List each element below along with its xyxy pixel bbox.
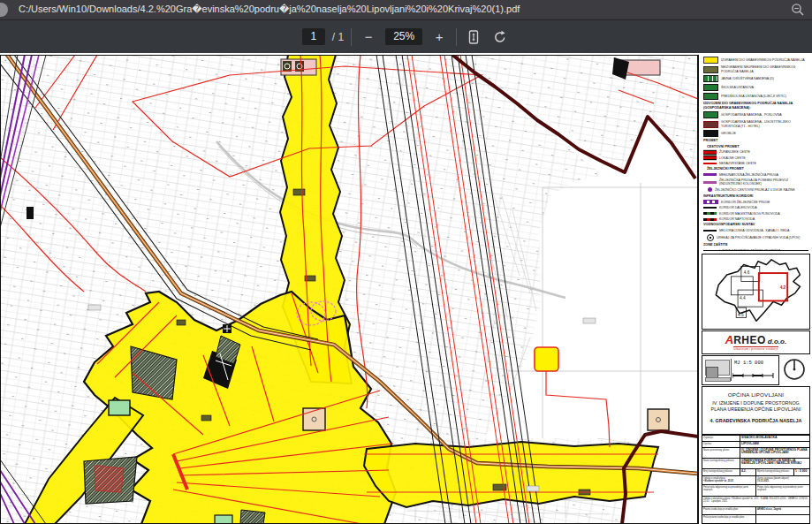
legend-swatch: [703, 121, 718, 128]
legend-swatch: [703, 181, 717, 184]
pdf-toolbar: 1 / 1 − 25% +: [0, 20, 812, 53]
legend-item: JAVNA I DRUŠTVENA NAMJENA (D): [721, 77, 774, 80]
browser-title-bar: C:/Users/Win10/Downloads/4.2.%20Gra�evin…: [0, 0, 812, 20]
legend-item: GOSPODARSKA NAMJENA - UGOSTITELJSKO TURI…: [721, 120, 808, 127]
file-path: C:/Users/Win10/Downloads/4.2.%20Gra�evin…: [19, 4, 520, 15]
table-value: 1 : 5 000: [794, 469, 809, 475]
legend-swatch: [703, 250, 717, 251]
north-arrow-icon: [782, 357, 807, 382]
table-value: LIPOVLJANI: [740, 442, 809, 447]
legend-item: IZGRAĐENI DIO GRAĐEVINSKOG PODRUČJA NASE…: [721, 58, 805, 62]
legend-swatch: [708, 187, 712, 192]
tab-favicon: [0, 3, 8, 17]
municipality-title: OPĆINA LIPOVLJANI: [702, 391, 809, 398]
toolbar-divider: [456, 28, 457, 46]
table-label: Broj kartografskog prikaza:: [702, 469, 740, 475]
logo-suffix: d.o.o.: [768, 338, 786, 346]
table-label: Pečat pravne osobe koja je izradila plan…: [703, 516, 755, 519]
page-count-label: / 1: [332, 31, 344, 43]
legend-header: PROMET: [703, 139, 717, 142]
rotate-icon: [492, 29, 508, 45]
scale-row: MJ 1:5 000: [702, 355, 808, 384]
legend-item: NERAZVRSTANE CESTE: [719, 162, 756, 165]
plan-title: IV. IZMJENE I DOPUNE PROSTORNOG PLANA UR…: [702, 400, 809, 413]
legend-swatch: [703, 230, 717, 232]
legend-swatch: [703, 130, 718, 137]
legend-item: LOKALNE CESTE: [719, 156, 746, 160]
sheet-label: 4.6: [743, 270, 749, 275]
table-value: GRAĐEVINSKA PODRUČJA NASELJA NASELJE LIP…: [740, 459, 809, 468]
legend-item: ŽELJEZNIČKO-CESTOVNI PRIJELAZ U DVIJE RA…: [715, 188, 795, 192]
legend-item: MEĐUNARODNA ŽELJEZNIČKA PRUGA: [719, 173, 778, 177]
sheet-label-current: 4.2: [779, 285, 785, 290]
logo-tagline: urbanizam i prostorno uređenje: [733, 346, 778, 352]
table-value: SISAČKO-MOSLAVAČKA: [740, 436, 809, 441]
table-value: ARHEO d.o.o., Zagreb: [757, 508, 808, 511]
legend: IZGRAĐENI DIO GRAĐEVINSKOG PODRUČJA NASE…: [703, 55, 808, 251]
table-label: Naziv prostornog plana:: [702, 448, 740, 458]
sheet-index-map: 4.6 4.2 4.4 4.5: [702, 254, 810, 330]
legend-swatch: [703, 75, 718, 82]
logo-name: RHEO: [733, 335, 766, 346]
legend-swatch: [703, 57, 718, 64]
legend-swatch: [703, 200, 718, 204]
legend-item: KORIDOR ŽELJEZNIČKE PRUGE: [721, 201, 770, 204]
legend-swatch: [703, 163, 717, 165]
company-logo: ARHEOd.o.o. urbanizam i prostorno uređen…: [702, 330, 810, 354]
table-label: Općina:: [702, 442, 740, 447]
legend-subheader: ŽELJEZNIČKI PROMET: [707, 167, 744, 171]
legend-swatch: [703, 218, 717, 221]
legend-item: KORIDOR DALEKOVODA: [719, 206, 757, 209]
table-label: Županija:: [702, 436, 740, 441]
table-legal-text: Odluka o donošenju plana: «Službeni vjes…: [702, 497, 809, 506]
table-label: Potpis tijela odgovornog za provođenje j…: [757, 486, 808, 491]
legend-item: ŠKOLSKA USTANOVA: [721, 86, 754, 89]
legend-item: KORIDOR NAFTOVODA: [719, 217, 755, 221]
isolated-zone: [535, 347, 558, 371]
fit-page-button[interactable]: [464, 27, 483, 47]
legend-swatch: [703, 111, 718, 118]
legend-item: UREĐAJ ZA PROČIŠĆAVANJE OTPADNIH VODA (U…: [717, 236, 800, 239]
zoom-in-button[interactable]: +: [429, 27, 449, 47]
table-label: Mjerilo kartografskog prikaza:: [756, 469, 794, 475]
table-value: 10.12.2021.: [757, 480, 808, 482]
legend-swatch: [703, 212, 717, 215]
legend-swatch: [703, 173, 717, 176]
fit-page-icon: [466, 29, 482, 45]
sheet-label: 4.5: [738, 313, 744, 317]
legend-header: ZONE ZAŠTITE: [703, 243, 727, 247]
zoom-out-button[interactable]: −: [359, 27, 378, 47]
pdf-page: IZGRAĐENI DIO GRAĐEVINSKOG PODRUČJA NASE…: [0, 53, 812, 524]
table-value: 4.2.: [740, 469, 756, 475]
scale-text: MJ 1:5 000: [734, 360, 763, 366]
map-canvas[interactable]: [0, 55, 698, 524]
table-empty-cell: [756, 515, 809, 524]
table-label: Pečat tijela odgovornog za provođenje ja…: [703, 486, 755, 491]
page-number-input[interactable]: 1: [302, 28, 325, 45]
legend-item: GROBLJE: [721, 132, 736, 135]
sheet-label: 4.4: [739, 296, 745, 300]
scale-box: MJ 1:5 000: [702, 355, 779, 385]
scale-bar: [732, 372, 775, 379]
sheet-title: 4. GRAĐEVINSKA PODRUČJA NASELJA: [702, 418, 809, 423]
legend-item: MELIORACIJSKA ODVODNJA - KANALI I. REDA: [719, 229, 789, 232]
toolbar-divider: [351, 28, 352, 46]
info-table: Županija:SISAČKO-MOSLAVAČKA Općina:LIPOV…: [702, 435, 810, 524]
legend-item: PREDŠKOLSKA USTANOVA (DJEČJI VRTIĆ): [721, 95, 786, 98]
legend-item: GOSPODARSKA NAMJENA - POSLOVNA: [721, 113, 782, 117]
scale-thumbnail: [704, 359, 732, 381]
legend-item: NEIZGRAĐENI NEUREĐENI DIO GRAĐEVINSKOG P…: [721, 65, 808, 72]
legend-header: VODNOGOSPODARSKI SUSTAV: [703, 223, 755, 226]
zoom-search-icon[interactable]: [791, 3, 805, 17]
legend-item: I. ZONA SANITARNE ZAŠTITE IZVORIŠTA: [719, 249, 781, 251]
legend-subheader: CESTOVNI PROMET: [707, 145, 740, 148]
table-value: IV. IZMJENE I DOPUNE PROSTORNOG PLANA UR…: [740, 448, 809, 458]
legend-header: INFRASTRUKTURNI KORIDORI: [703, 194, 753, 198]
legend-swatch: [703, 156, 717, 159]
zoom-level-input[interactable]: 25%: [385, 28, 422, 45]
rotate-button[interactable]: [490, 27, 510, 47]
table-value: «Službeni vjesnik» br. 21/21: [703, 480, 755, 482]
legend-item: ŽELJEZNIČKA PRUGA ZA POSEBNI PRIJEVOZ (I…: [719, 178, 808, 186]
legend-swatch: [703, 93, 718, 100]
legend-header: IZDVOJENI DIO GRAĐEVINSKOG PODRUČJA NASE…: [703, 102, 808, 110]
